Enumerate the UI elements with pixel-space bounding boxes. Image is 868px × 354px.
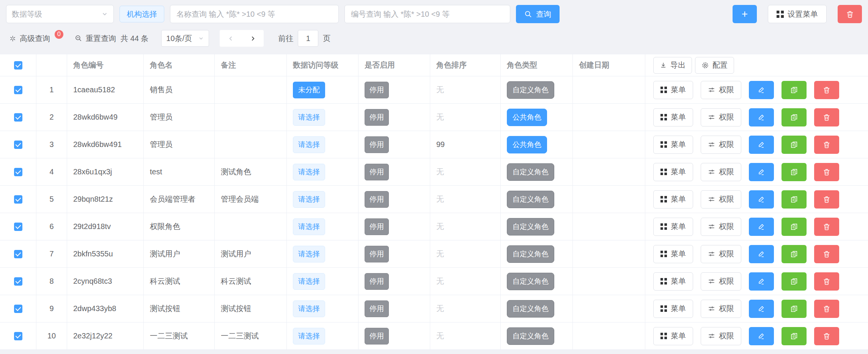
export-button[interactable]: 导出 bbox=[653, 57, 692, 74]
row-menu-button[interactable]: 菜单 bbox=[653, 163, 693, 181]
created-date-cell bbox=[573, 104, 645, 131]
access-level-button[interactable]: 请选择 bbox=[293, 164, 325, 180]
row-menu-button[interactable]: 菜单 bbox=[653, 81, 693, 99]
row-copy-button[interactable] bbox=[782, 327, 807, 345]
next-page-button[interactable] bbox=[242, 30, 264, 47]
row-edit-button[interactable] bbox=[749, 245, 774, 263]
row-delete-button[interactable] bbox=[814, 300, 839, 318]
row-checkbox[interactable] bbox=[14, 332, 22, 340]
goto-page-input[interactable] bbox=[298, 30, 318, 47]
enabled-toggle-button[interactable]: 停用 bbox=[365, 218, 389, 235]
enabled-toggle-button[interactable]: 停用 bbox=[365, 191, 389, 208]
batch-delete-button[interactable] bbox=[838, 5, 862, 23]
enabled-toggle-button[interactable]: 停用 bbox=[365, 328, 389, 345]
row-checkbox[interactable] bbox=[14, 168, 22, 176]
row-delete-button[interactable] bbox=[814, 81, 839, 99]
add-button[interactable]: + bbox=[733, 5, 757, 23]
access-level-button[interactable]: 请选择 bbox=[293, 191, 325, 208]
name-query-input[interactable] bbox=[170, 5, 339, 23]
row-copy-button[interactable] bbox=[782, 300, 807, 318]
access-level-button[interactable]: 未分配 bbox=[293, 82, 325, 98]
page-size-select[interactable]: 10条/页 bbox=[161, 30, 209, 47]
row-edit-button[interactable] bbox=[749, 81, 774, 99]
row-checkbox-cell bbox=[0, 295, 36, 322]
row-edit-button[interactable] bbox=[749, 108, 774, 126]
row-copy-button[interactable] bbox=[782, 190, 807, 209]
prev-page-button[interactable] bbox=[220, 30, 242, 47]
row-copy-button[interactable] bbox=[782, 218, 807, 236]
row-edit-button[interactable] bbox=[749, 190, 774, 209]
row-checkbox[interactable] bbox=[14, 305, 22, 313]
row-copy-button[interactable] bbox=[782, 272, 807, 291]
access-level-button[interactable]: 请选择 bbox=[293, 300, 325, 317]
access-level-button[interactable]: 请选择 bbox=[293, 109, 325, 126]
row-delete-button[interactable] bbox=[814, 218, 839, 236]
row-menu-button[interactable]: 菜单 bbox=[653, 245, 693, 263]
row-checkbox[interactable] bbox=[14, 113, 22, 122]
row-permission-button[interactable]: 权限 bbox=[701, 136, 741, 154]
enabled-toggle-button[interactable]: 停用 bbox=[365, 246, 389, 262]
row-delete-button[interactable] bbox=[814, 272, 839, 291]
row-permission-button[interactable]: 权限 bbox=[701, 272, 741, 291]
row-checkbox[interactable] bbox=[14, 223, 22, 231]
row-menu-button[interactable]: 菜单 bbox=[653, 272, 693, 291]
row-index: 8 bbox=[36, 268, 67, 295]
row-menu-button[interactable]: 菜单 bbox=[653, 190, 693, 209]
row-edit-button[interactable] bbox=[749, 300, 774, 318]
row-checkbox[interactable] bbox=[14, 141, 22, 149]
access-level-button[interactable]: 请选择 bbox=[293, 136, 325, 153]
row-permission-button[interactable]: 权限 bbox=[701, 327, 741, 345]
enabled-toggle-button[interactable]: 停用 bbox=[365, 109, 389, 126]
row-permission-button[interactable]: 权限 bbox=[701, 300, 741, 318]
enabled-toggle-button[interactable]: 停用 bbox=[365, 164, 389, 180]
row-delete-button[interactable] bbox=[814, 108, 839, 126]
enabled-toggle-button[interactable]: 停用 bbox=[365, 136, 389, 153]
advanced-query-button[interactable]: 高级查询 bbox=[9, 33, 50, 44]
row-checkbox[interactable] bbox=[14, 86, 22, 94]
row-copy-button[interactable] bbox=[782, 108, 807, 126]
row-checkbox[interactable] bbox=[14, 250, 22, 258]
enabled-toggle-button[interactable]: 停用 bbox=[365, 82, 389, 98]
select-all-checkbox[interactable] bbox=[14, 61, 22, 70]
row-delete-button[interactable] bbox=[814, 136, 839, 154]
row-copy-button[interactable] bbox=[782, 81, 807, 99]
row-menu-button[interactable]: 菜单 bbox=[653, 300, 693, 318]
access-level-button[interactable]: 请选择 bbox=[293, 246, 325, 262]
enabled-toggle-button[interactable]: 停用 bbox=[365, 300, 389, 317]
row-menu-button[interactable]: 菜单 bbox=[653, 108, 693, 126]
row-menu-button[interactable]: 菜单 bbox=[653, 218, 693, 236]
row-menu-button[interactable]: 菜单 bbox=[653, 327, 693, 345]
row-permission-button[interactable]: 权限 bbox=[701, 81, 741, 99]
row-checkbox[interactable] bbox=[14, 195, 22, 204]
enabled-toggle-button[interactable]: 停用 bbox=[365, 273, 389, 290]
config-button[interactable]: 配置 bbox=[695, 57, 734, 74]
row-delete-button[interactable] bbox=[814, 245, 839, 263]
row-copy-button[interactable] bbox=[782, 245, 807, 263]
access-level-button[interactable]: 请选择 bbox=[293, 218, 325, 235]
row-permission-button[interactable]: 权限 bbox=[701, 190, 741, 209]
code-query-input[interactable] bbox=[344, 5, 510, 23]
reset-query-button[interactable]: 重置查询 bbox=[75, 33, 116, 44]
row-delete-button[interactable] bbox=[814, 163, 839, 181]
row-permission-button[interactable]: 权限 bbox=[701, 108, 741, 126]
menu-setting-button[interactable]: 设置菜单 bbox=[768, 5, 827, 23]
row-delete-button[interactable] bbox=[814, 327, 839, 345]
row-permission-button[interactable]: 权限 bbox=[701, 163, 741, 181]
row-menu-button[interactable]: 菜单 bbox=[653, 136, 693, 154]
row-edit-button[interactable] bbox=[749, 272, 774, 291]
row-edit-button[interactable] bbox=[749, 163, 774, 181]
access-level-button[interactable]: 请选择 bbox=[293, 273, 325, 290]
access-level-button[interactable]: 请选择 bbox=[293, 328, 325, 345]
row-permission-button[interactable]: 权限 bbox=[701, 245, 741, 263]
data-level-select[interactable]: 数据等级 bbox=[6, 5, 114, 23]
row-permission-button[interactable]: 权限 bbox=[701, 218, 741, 236]
row-edit-button[interactable] bbox=[749, 136, 774, 154]
row-copy-button[interactable] bbox=[782, 163, 807, 181]
row-delete-button[interactable] bbox=[814, 190, 839, 209]
org-select-button[interactable]: 机构选择 bbox=[120, 6, 164, 22]
search-button[interactable]: 查询 bbox=[516, 5, 560, 23]
row-edit-button[interactable] bbox=[749, 327, 774, 345]
row-copy-button[interactable] bbox=[782, 136, 807, 154]
row-edit-button[interactable] bbox=[749, 218, 774, 236]
row-checkbox[interactable] bbox=[14, 277, 22, 286]
